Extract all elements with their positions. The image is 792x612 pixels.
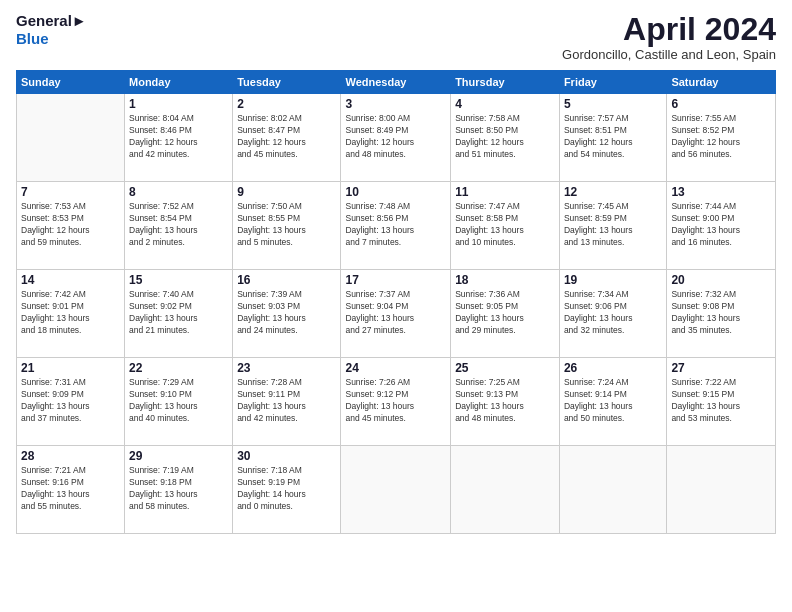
calendar-week-row: 14Sunrise: 7:42 AM Sunset: 9:01 PM Dayli… xyxy=(17,270,776,358)
day-number: 14 xyxy=(21,273,120,287)
title-area: April 2024 Gordoncillo, Castille and Leo… xyxy=(562,12,776,62)
day-number: 2 xyxy=(237,97,336,111)
day-number: 24 xyxy=(345,361,446,375)
day-info: Sunrise: 7:37 AM Sunset: 9:04 PM Dayligh… xyxy=(345,289,446,337)
day-info: Sunrise: 7:47 AM Sunset: 8:58 PM Dayligh… xyxy=(455,201,555,249)
day-number: 30 xyxy=(237,449,336,463)
day-number: 26 xyxy=(564,361,662,375)
table-row: 30Sunrise: 7:18 AM Sunset: 9:19 PM Dayli… xyxy=(233,446,341,534)
logo-wordmark: General► Blue xyxy=(16,12,87,48)
table-row: 17Sunrise: 7:37 AM Sunset: 9:04 PM Dayli… xyxy=(341,270,451,358)
table-row: 26Sunrise: 7:24 AM Sunset: 9:14 PM Dayli… xyxy=(559,358,666,446)
day-info: Sunrise: 7:40 AM Sunset: 9:02 PM Dayligh… xyxy=(129,289,228,337)
day-info: Sunrise: 7:24 AM Sunset: 9:14 PM Dayligh… xyxy=(564,377,662,425)
day-info: Sunrise: 7:29 AM Sunset: 9:10 PM Dayligh… xyxy=(129,377,228,425)
day-number: 29 xyxy=(129,449,228,463)
page: General► Blue April 2024 Gordoncillo, Ca… xyxy=(0,0,792,612)
table-row: 13Sunrise: 7:44 AM Sunset: 9:00 PM Dayli… xyxy=(667,182,776,270)
calendar: Sunday Monday Tuesday Wednesday Thursday… xyxy=(16,70,776,534)
day-info: Sunrise: 8:00 AM Sunset: 8:49 PM Dayligh… xyxy=(345,113,446,161)
day-number: 8 xyxy=(129,185,228,199)
table-row xyxy=(667,446,776,534)
col-saturday: Saturday xyxy=(667,71,776,94)
day-number: 12 xyxy=(564,185,662,199)
day-number: 5 xyxy=(564,97,662,111)
day-info: Sunrise: 7:36 AM Sunset: 9:05 PM Dayligh… xyxy=(455,289,555,337)
day-number: 16 xyxy=(237,273,336,287)
table-row: 8Sunrise: 7:52 AM Sunset: 8:54 PM Daylig… xyxy=(125,182,233,270)
day-info: Sunrise: 7:26 AM Sunset: 9:12 PM Dayligh… xyxy=(345,377,446,425)
table-row: 14Sunrise: 7:42 AM Sunset: 9:01 PM Dayli… xyxy=(17,270,125,358)
table-row xyxy=(17,94,125,182)
day-number: 18 xyxy=(455,273,555,287)
calendar-week-row: 21Sunrise: 7:31 AM Sunset: 9:09 PM Dayli… xyxy=(17,358,776,446)
day-info: Sunrise: 8:02 AM Sunset: 8:47 PM Dayligh… xyxy=(237,113,336,161)
col-tuesday: Tuesday xyxy=(233,71,341,94)
day-number: 22 xyxy=(129,361,228,375)
table-row xyxy=(451,446,560,534)
day-info: Sunrise: 7:55 AM Sunset: 8:52 PM Dayligh… xyxy=(671,113,771,161)
day-info: Sunrise: 7:42 AM Sunset: 9:01 PM Dayligh… xyxy=(21,289,120,337)
header: General► Blue April 2024 Gordoncillo, Ca… xyxy=(16,12,776,62)
table-row: 29Sunrise: 7:19 AM Sunset: 9:18 PM Dayli… xyxy=(125,446,233,534)
day-number: 7 xyxy=(21,185,120,199)
day-number: 17 xyxy=(345,273,446,287)
calendar-week-row: 1Sunrise: 8:04 AM Sunset: 8:46 PM Daylig… xyxy=(17,94,776,182)
table-row: 3Sunrise: 8:00 AM Sunset: 8:49 PM Daylig… xyxy=(341,94,451,182)
table-row: 11Sunrise: 7:47 AM Sunset: 8:58 PM Dayli… xyxy=(451,182,560,270)
day-info: Sunrise: 7:50 AM Sunset: 8:55 PM Dayligh… xyxy=(237,201,336,249)
day-number: 4 xyxy=(455,97,555,111)
logo: General► Blue xyxy=(16,12,87,48)
day-info: Sunrise: 8:04 AM Sunset: 8:46 PM Dayligh… xyxy=(129,113,228,161)
col-thursday: Thursday xyxy=(451,71,560,94)
day-info: Sunrise: 7:31 AM Sunset: 9:09 PM Dayligh… xyxy=(21,377,120,425)
day-info: Sunrise: 7:53 AM Sunset: 8:53 PM Dayligh… xyxy=(21,201,120,249)
col-monday: Monday xyxy=(125,71,233,94)
day-info: Sunrise: 7:58 AM Sunset: 8:50 PM Dayligh… xyxy=(455,113,555,161)
table-row: 6Sunrise: 7:55 AM Sunset: 8:52 PM Daylig… xyxy=(667,94,776,182)
table-row: 22Sunrise: 7:29 AM Sunset: 9:10 PM Dayli… xyxy=(125,358,233,446)
table-row xyxy=(341,446,451,534)
table-row: 7Sunrise: 7:53 AM Sunset: 8:53 PM Daylig… xyxy=(17,182,125,270)
day-number: 6 xyxy=(671,97,771,111)
col-wednesday: Wednesday xyxy=(341,71,451,94)
day-number: 21 xyxy=(21,361,120,375)
table-row: 18Sunrise: 7:36 AM Sunset: 9:05 PM Dayli… xyxy=(451,270,560,358)
day-number: 13 xyxy=(671,185,771,199)
day-number: 9 xyxy=(237,185,336,199)
calendar-header-row: Sunday Monday Tuesday Wednesday Thursday… xyxy=(17,71,776,94)
table-row: 1Sunrise: 8:04 AM Sunset: 8:46 PM Daylig… xyxy=(125,94,233,182)
table-row: 9Sunrise: 7:50 AM Sunset: 8:55 PM Daylig… xyxy=(233,182,341,270)
location: Gordoncillo, Castille and Leon, Spain xyxy=(562,47,776,62)
calendar-week-row: 7Sunrise: 7:53 AM Sunset: 8:53 PM Daylig… xyxy=(17,182,776,270)
day-info: Sunrise: 7:44 AM Sunset: 9:00 PM Dayligh… xyxy=(671,201,771,249)
table-row: 27Sunrise: 7:22 AM Sunset: 9:15 PM Dayli… xyxy=(667,358,776,446)
day-info: Sunrise: 7:22 AM Sunset: 9:15 PM Dayligh… xyxy=(671,377,771,425)
col-friday: Friday xyxy=(559,71,666,94)
table-row: 16Sunrise: 7:39 AM Sunset: 9:03 PM Dayli… xyxy=(233,270,341,358)
day-number: 1 xyxy=(129,97,228,111)
table-row: 10Sunrise: 7:48 AM Sunset: 8:56 PM Dayli… xyxy=(341,182,451,270)
day-info: Sunrise: 7:19 AM Sunset: 9:18 PM Dayligh… xyxy=(129,465,228,513)
day-number: 10 xyxy=(345,185,446,199)
col-sunday: Sunday xyxy=(17,71,125,94)
table-row: 5Sunrise: 7:57 AM Sunset: 8:51 PM Daylig… xyxy=(559,94,666,182)
day-number: 3 xyxy=(345,97,446,111)
table-row: 20Sunrise: 7:32 AM Sunset: 9:08 PM Dayli… xyxy=(667,270,776,358)
day-info: Sunrise: 7:25 AM Sunset: 9:13 PM Dayligh… xyxy=(455,377,555,425)
table-row: 15Sunrise: 7:40 AM Sunset: 9:02 PM Dayli… xyxy=(125,270,233,358)
day-info: Sunrise: 7:48 AM Sunset: 8:56 PM Dayligh… xyxy=(345,201,446,249)
table-row: 28Sunrise: 7:21 AM Sunset: 9:16 PM Dayli… xyxy=(17,446,125,534)
table-row xyxy=(559,446,666,534)
table-row: 21Sunrise: 7:31 AM Sunset: 9:09 PM Dayli… xyxy=(17,358,125,446)
day-number: 11 xyxy=(455,185,555,199)
day-number: 23 xyxy=(237,361,336,375)
day-info: Sunrise: 7:18 AM Sunset: 9:19 PM Dayligh… xyxy=(237,465,336,513)
day-info: Sunrise: 7:45 AM Sunset: 8:59 PM Dayligh… xyxy=(564,201,662,249)
day-info: Sunrise: 7:34 AM Sunset: 9:06 PM Dayligh… xyxy=(564,289,662,337)
month-year: April 2024 xyxy=(562,12,776,47)
day-number: 25 xyxy=(455,361,555,375)
day-info: Sunrise: 7:52 AM Sunset: 8:54 PM Dayligh… xyxy=(129,201,228,249)
day-info: Sunrise: 7:21 AM Sunset: 9:16 PM Dayligh… xyxy=(21,465,120,513)
day-info: Sunrise: 7:32 AM Sunset: 9:08 PM Dayligh… xyxy=(671,289,771,337)
